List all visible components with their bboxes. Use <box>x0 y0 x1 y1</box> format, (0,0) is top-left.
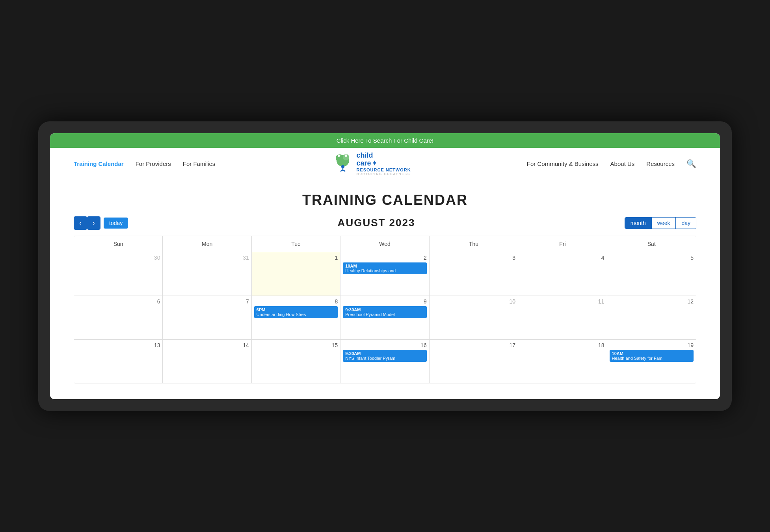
day-17: 17 <box>430 340 518 383</box>
day-num-9: 9 <box>343 298 426 305</box>
day-15: 15 <box>252 340 340 383</box>
controls-left: ‹ › today <box>74 216 128 230</box>
day-num-11: 11 <box>521 298 604 305</box>
logo-text: child care ✦ resource network Nurturing … <box>356 152 411 176</box>
main-nav: Training Calendar For Providers For Fami… <box>50 148 720 180</box>
event-time: 10AM <box>612 351 691 356</box>
day-num-30: 30 <box>76 255 160 261</box>
calendar-week-2: 6 7 8 6PM Understanding How Stres <box>74 296 696 340</box>
day-num-2: 2 <box>343 255 426 261</box>
today-button[interactable]: today <box>104 218 128 229</box>
calendar-week-3: 13 14 15 16 9:30AM NYS Infant Tod <box>74 340 696 383</box>
day-14: 14 <box>163 340 251 383</box>
day-num-10: 10 <box>432 298 515 305</box>
header-sat: Sat <box>607 236 696 252</box>
logo-child: child <box>356 152 373 159</box>
header-thu: Thu <box>430 236 518 252</box>
day-1: 1 <box>252 252 340 296</box>
day-30: 30 <box>74 252 163 296</box>
header-fri: Fri <box>518 236 607 252</box>
calendar-header: Sun Mon Tue Wed Thu Fri Sat <box>74 236 696 252</box>
event-aug2-1[interactable]: 10AM Healthy Relationships and <box>343 262 426 274</box>
header-mon: Mon <box>163 236 251 252</box>
nav-training-calendar[interactable]: Training Calendar <box>74 160 124 167</box>
device-frame: Click Here To Search For Child Care! Tra… <box>38 121 732 411</box>
day-13: 13 <box>74 340 163 383</box>
logo[interactable]: child care ✦ resource network Nurturing … <box>331 152 411 176</box>
day-num-6: 6 <box>76 298 160 305</box>
event-aug8-1[interactable]: 6PM Understanding How Stres <box>254 306 338 318</box>
nav-left: Training Calendar For Providers For Fami… <box>74 160 215 167</box>
browser-window: Click Here To Search For Child Care! Tra… <box>50 133 720 399</box>
event-aug19-1[interactable]: 10AM Health and Safety for Fam <box>610 350 694 362</box>
day-num-12: 12 <box>610 298 694 305</box>
logo-care: care <box>356 159 371 167</box>
prev-month-button[interactable]: ‹ <box>74 216 87 230</box>
event-time: 9:30AM <box>345 307 424 312</box>
event-time: 10AM <box>345 264 424 268</box>
view-month-button[interactable]: month <box>625 218 652 229</box>
day-11: 11 <box>518 296 607 339</box>
day-2: 2 10AM Healthy Relationships and <box>340 252 429 296</box>
event-title: Healthy Relationships and <box>345 268 424 273</box>
logo-resource: resource network <box>356 167 411 172</box>
header-tue: Tue <box>252 236 340 252</box>
event-time: 6PM <box>257 307 335 312</box>
logo-tagline: Nurturing Greatness <box>356 172 411 176</box>
day-8: 8 6PM Understanding How Stres <box>252 296 340 339</box>
day-num-14: 14 <box>165 342 249 348</box>
day-16: 16 9:30AM NYS Infant Toddler Pyram <box>340 340 429 383</box>
logo-icon <box>331 152 355 175</box>
top-banner[interactable]: Click Here To Search For Child Care! <box>50 133 720 148</box>
main-content: TRAINING CALENDAR ‹ › today AUGUST 2023 … <box>50 180 720 399</box>
search-icon: 🔍 <box>686 159 696 168</box>
nav-community[interactable]: For Community & Business <box>527 160 599 167</box>
header-wed: Wed <box>340 236 429 252</box>
nav-for-providers[interactable]: For Providers <box>136 160 171 167</box>
search-button[interactable]: 🔍 <box>686 159 696 168</box>
event-aug9-1[interactable]: 9:30AM Preschool Pyramid Model <box>343 306 426 318</box>
day-num-8: 8 <box>254 298 338 305</box>
next-month-button[interactable]: › <box>87 216 100 230</box>
nav-resources[interactable]: Resources <box>646 160 675 167</box>
day-num-5: 5 <box>610 255 694 261</box>
day-num-18: 18 <box>521 342 604 348</box>
event-title: Understanding How Stres <box>257 312 335 317</box>
month-nav-group: ‹ › <box>74 216 100 230</box>
day-12: 12 <box>607 296 696 339</box>
view-controls: month week day <box>625 217 696 229</box>
event-time: 9:30AM <box>345 351 424 356</box>
page-title: TRAINING CALENDAR <box>74 192 696 208</box>
event-title: Preschool Pyramid Model <box>345 312 424 317</box>
day-num-4: 4 <box>521 255 604 261</box>
day-19: 19 10AM Health and Safety for Fam <box>607 340 696 383</box>
view-week-button[interactable]: week <box>652 218 676 229</box>
day-num-13: 13 <box>76 342 160 348</box>
day-num-3: 3 <box>432 255 515 261</box>
day-7: 7 <box>163 296 251 339</box>
month-title: AUGUST 2023 <box>338 217 415 229</box>
day-4: 4 <box>518 252 607 296</box>
calendar-body: 30 31 1 2 10AM Healthy Relationsh <box>74 252 696 383</box>
day-num-15: 15 <box>254 342 338 348</box>
event-aug16-1[interactable]: 9:30AM NYS Infant Toddler Pyram <box>343 350 426 362</box>
day-10: 10 <box>430 296 518 339</box>
day-3: 3 <box>430 252 518 296</box>
event-title: Health and Safety for Fam <box>612 356 691 361</box>
day-num-16: 16 <box>343 342 426 348</box>
day-num-1: 1 <box>254 255 338 261</box>
event-title: NYS Infant Toddler Pyram <box>345 356 424 361</box>
header-sun: Sun <box>74 236 163 252</box>
nav-for-families[interactable]: For Families <box>183 160 216 167</box>
day-num-19: 19 <box>610 342 694 348</box>
view-day-button[interactable]: day <box>676 218 696 229</box>
day-num-31: 31 <box>165 255 249 261</box>
nav-about[interactable]: About Us <box>610 160 635 167</box>
day-num-7: 7 <box>165 298 249 305</box>
day-9: 9 9:30AM Preschool Pyramid Model <box>340 296 429 339</box>
svg-point-8 <box>341 165 344 168</box>
day-31: 31 <box>163 252 251 296</box>
calendar-grid: Sun Mon Tue Wed Thu Fri Sat 30 <box>74 236 696 383</box>
day-6: 6 <box>74 296 163 339</box>
calendar-week-1: 30 31 1 2 10AM Healthy Relationsh <box>74 252 696 296</box>
